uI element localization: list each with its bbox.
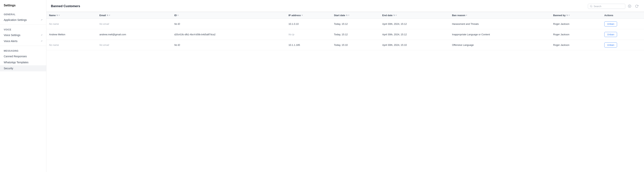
table-cell: April 30th, 2024, 15:12 (380, 29, 450, 40)
external-link-icon: ↗ (40, 40, 42, 42)
unban-button[interactable]: Unban (604, 32, 617, 37)
banned-customers-table: Name ⇅ ▿ Email ⇅ ▿ I (46, 12, 644, 50)
col-email: Email ⇅ ▿ (97, 12, 172, 19)
table-cell: d20c419c-dfb1-4bc4-b59b-b4d5a8f7dca2 (172, 29, 286, 40)
startdate-sort-icon[interactable]: ⇅ (346, 14, 348, 16)
cancel-filter-button[interactable] (627, 3, 632, 9)
bannedby-sort-icon[interactable]: ⇅ (566, 14, 568, 16)
sidebar-divider-1 (0, 24, 46, 25)
table-row: No nameNo emailNo ID10.1.0.10Today, 15:1… (46, 19, 644, 29)
enddate-filter-icon[interactable]: ▿ (396, 14, 397, 17)
table-cell: Andrew Melton (46, 29, 97, 40)
sidebar-item-voice-alerts[interactable]: Voice Alerts ↗ (0, 38, 46, 44)
cancel-icon (628, 5, 631, 8)
sidebar-item-label: Canned Responses (4, 55, 27, 58)
header-actions (588, 3, 640, 9)
table-cell: andrew.melt@gmail.com (97, 29, 172, 40)
banreason-filter-icon[interactable]: ▿ (466, 14, 467, 17)
page-title: Banned Customers (51, 4, 80, 8)
table-cell: Today, 15:12 (331, 19, 380, 29)
sidebar-item-whatsapp-templates[interactable]: WhatsApp Templates (0, 59, 46, 65)
bannedby-filter-icon[interactable]: ▿ (568, 14, 570, 17)
action-cell: Unban (602, 29, 644, 40)
app-title: Settings (0, 3, 46, 11)
sidebar-item-security[interactable]: Security (0, 65, 46, 71)
col-name: Name ⇅ ▿ (46, 12, 97, 19)
action-cell: Unban (602, 40, 644, 50)
col-banned-by: Banned by ⇅ ▿ (550, 12, 602, 19)
table-cell: Roger Jackson (550, 19, 602, 29)
col-end-date: End date ⇅ ▿ (380, 12, 450, 19)
sidebar-item-application-settings[interactable]: Application Settings ↗ (0, 17, 46, 23)
search-input[interactable] (594, 5, 623, 8)
sidebar-item-label: Voice Settings (4, 34, 20, 37)
main-header: Banned Customers (46, 0, 644, 12)
table-cell: No ID (172, 19, 286, 29)
table-cell: Today, 15:12 (331, 29, 380, 40)
table-cell: No ID (172, 40, 286, 50)
refresh-button[interactable] (634, 3, 640, 9)
table-cell: No email (97, 19, 172, 29)
startdate-filter-icon[interactable]: ▿ (348, 14, 349, 17)
sidebar-item-voice-settings[interactable]: Voice Settings ↗ (0, 32, 46, 38)
table-header-row: Name ⇅ ▿ Email ⇅ ▿ I (46, 12, 644, 19)
refresh-icon (635, 5, 638, 8)
sidebar-item-canned-responses[interactable]: Canned Responses (0, 53, 46, 59)
unban-button[interactable]: Unban (604, 42, 617, 47)
col-actions: Actions (602, 12, 644, 19)
table-container: Name ⇅ ▿ Email ⇅ ▿ I (46, 12, 644, 172)
id-filter-icon[interactable]: ▿ (178, 14, 178, 17)
search-icon (590, 5, 592, 8)
sidebar-item-label: WhatsApp Templates (4, 61, 28, 64)
table-row: Andrew Meltonandrew.melt@gmail.comd20c41… (46, 29, 644, 40)
table-cell: April 30th, 2024, 15:12 (380, 19, 450, 29)
unban-button[interactable]: Unban (604, 21, 617, 27)
col-start-date: Start date ⇅ ▿ (331, 12, 380, 19)
ip-filter-icon[interactable]: ▿ (302, 14, 303, 17)
table-cell: No name (46, 40, 97, 50)
sidebar-item-label: Voice Alerts (4, 40, 18, 43)
action-cell: Unban (602, 19, 644, 29)
svg-point-0 (590, 5, 592, 7)
email-filter-icon[interactable]: ▿ (109, 14, 110, 17)
svg-line-1 (592, 7, 592, 7)
table-cell: Roger Jackson (550, 40, 602, 50)
table-cell: Inappropriate Language or Content (449, 29, 550, 40)
main-content: Banned Customers (46, 0, 644, 172)
sidebar-section-voice: Voice (0, 26, 46, 32)
name-filter-icon[interactable]: ▿ (58, 14, 60, 17)
col-ban-reason: Ban reason ▿ (449, 12, 550, 19)
sidebar-item-label: Security (4, 67, 13, 70)
enddate-sort-icon[interactable]: ⇅ (393, 14, 395, 16)
table-body: No nameNo emailNo ID10.1.0.10Today, 15:1… (46, 19, 644, 50)
sidebar: Settings General Application Settings ↗ … (0, 0, 46, 172)
table-cell: Roger Jackson (550, 29, 602, 40)
table-cell: Harassment and Threats (449, 19, 550, 29)
name-sort-icon[interactable]: ⇅ (56, 14, 58, 16)
col-ip: IP address ▿ (286, 12, 331, 19)
sidebar-item-label: Application Settings (4, 18, 27, 21)
sidebar-section-messaging: Messaging (0, 47, 46, 53)
external-link-icon: ↗ (40, 34, 42, 36)
col-id: ID ▿ (172, 12, 286, 19)
table-cell: No name (46, 19, 97, 29)
table-cell: April 30th, 2024, 15:10 (380, 40, 450, 50)
table-cell: 10.1.0.10 (286, 19, 331, 29)
search-box[interactable] (588, 4, 625, 9)
email-sort-icon[interactable]: ⇅ (107, 14, 108, 16)
external-link-icon: ↗ (40, 19, 42, 21)
table-cell: Today, 15:10 (331, 40, 380, 50)
sidebar-section-general: General (0, 11, 46, 17)
table-row: No nameNo emailNo ID10.1.1.185Today, 15:… (46, 40, 644, 50)
table-cell: No Ip (286, 29, 331, 40)
table-cell: No email (97, 40, 172, 50)
sidebar-divider-2 (0, 46, 46, 46)
table-cell: 10.1.1.185 (286, 40, 331, 50)
table-cell: Offensive Language (449, 40, 550, 50)
